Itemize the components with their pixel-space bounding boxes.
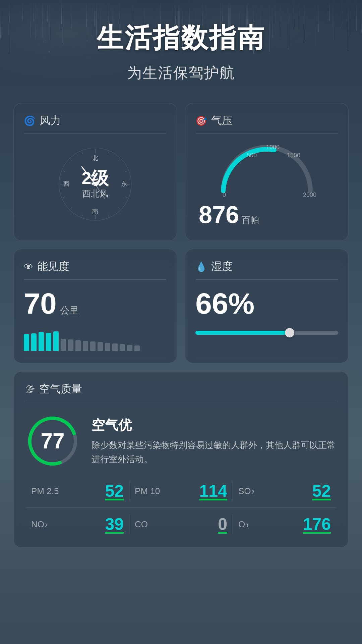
pressure-gauge-svg: 0 500 1000 1500 2000 [217,141,317,198]
svg-line-11 [82,215,82,217]
svg-line-10 [108,215,109,217]
page-title: 生活指数指南 [13,20,349,56]
visibility-bar-12 [112,343,118,351]
svg-line-13 [63,197,65,198]
visibility-bar-2 [39,332,44,351]
pressure-card-title: 气压 [211,113,233,128]
air-quality-title: 空气质量 [39,382,82,396]
pollutant-divider [26,507,336,508]
humidity-card: 💧 湿度 66% [185,249,349,363]
aqi-value: 77 [41,429,64,453]
svg-text:0: 0 [223,192,226,198]
so2-cell: SO₂ 52 [233,481,336,501]
visibility-value: 70 [24,286,57,321]
no2-value: 39 [105,515,124,534]
pressure-value-row: 876 百帕 [195,201,338,228]
o3-cell: O₃ 176 [233,515,336,534]
svg-line-12 [70,207,72,209]
pollutants-row-1: PM 2.5 52 PM 10 114 SO₂ 52 [26,481,336,501]
air-quality-header: 🌫 空气质量 [26,382,336,402]
no2-cell: NO₂ 39 [26,515,129,534]
compass-container: 北 南 西 东 2级 西北风 [24,141,167,228]
visibility-bar-0 [24,334,29,351]
pm10-name: PM 10 [135,486,160,496]
wind-level: 2级 [82,169,109,188]
visibility-value-row: 70 公里 [24,286,167,321]
visibility-icon: 👁 [24,261,33,272]
so2-value: 52 [312,481,331,501]
wind-card-header: 🌀 风力 [24,113,167,134]
visibility-bar-5 [61,339,66,351]
air-quality-icon: 🌫 [26,384,35,395]
svg-text:西: 西 [63,180,69,187]
humidity-slider [195,331,338,335]
svg-line-8 [126,197,128,198]
humidity-icon: 💧 [195,261,207,272]
visibility-bar-14 [127,345,132,351]
humidity-thumb [285,328,294,337]
pm25-value: 52 [105,481,124,501]
svg-text:1000: 1000 [266,144,280,151]
visibility-bar-15 [134,345,140,351]
svg-line-6 [118,159,120,161]
visibility-card: 👁 能见度 70 公里 [13,249,177,363]
visibility-bar-13 [120,344,125,351]
svg-line-7 [126,171,128,171]
visibility-bar-8 [83,341,88,351]
pm25-name: PM 2.5 [31,486,59,496]
visibility-bar-7 [75,340,81,351]
pressure-card-header: 🎯 气压 [195,113,338,134]
svg-line-14 [63,171,65,171]
humidity-fill [195,331,290,335]
svg-line-5 [108,152,109,154]
visibility-bar-1 [31,333,37,351]
page-subtitle: 为生活保驾护航 [13,63,349,83]
svg-text:东: 东 [121,180,127,187]
o3-value: 176 [303,515,331,534]
wind-card: 🌀 风力 [13,103,177,241]
co-cell: CO 0 [129,515,233,534]
pm10-cell: PM 10 114 [129,481,233,501]
svg-text:1500: 1500 [287,152,300,159]
pressure-icon: 🎯 [195,115,207,126]
top-cards-grid: 🌀 风力 [13,103,349,363]
wind-card-title: 风力 [40,113,61,128]
visibility-bar-11 [105,343,110,351]
humidity-card-title: 湿度 [211,259,233,274]
svg-line-16 [82,152,82,154]
pressure-gauge: 0 500 1000 1500 2000 [195,141,338,198]
pressure-unit: 百帕 [242,214,259,226]
pm10-value: 114 [199,481,227,501]
svg-text:南: 南 [92,208,98,215]
visibility-bar-4 [53,331,59,351]
wind-info: 2级 西北风 [82,169,109,200]
visibility-bar-9 [90,341,96,351]
visibility-bar-3 [46,333,51,351]
visibility-card-header: 👁 能见度 [24,259,167,280]
air-quality-main: 77 空气优 除少数对某些污染物特别容易过敏的人群外，其他人群可以正常进行室外活… [26,414,336,468]
svg-text:北: 北 [92,155,98,161]
wind-icon: 🌀 [24,115,36,126]
no2-name: NO₂ [31,519,48,530]
visibility-bar-10 [98,342,103,351]
visibility-bar-6 [68,339,73,351]
pressure-value: 876 [199,201,239,228]
pollutants-row-2: NO₂ 39 CO 0 O₃ 176 [26,515,336,534]
air-quality-desc-block: 空气优 除少数对某些污染物特别容易过敏的人群外，其他人群可以正常进行室外活动。 [92,416,336,466]
air-quality-card: 🌫 空气质量 77 空气优 除少数对某些污染物特别容易过敏的人群外，其他人群可以… [13,371,349,548]
air-quality-description: 除少数对某些污染物特别容易过敏的人群外，其他人群可以正常进行室外活动。 [92,438,336,466]
wind-direction: 西北风 [82,188,109,200]
humidity-value: 66% [195,286,338,321]
pm25-cell: PM 2.5 52 [26,481,129,501]
o3-name: O₃ [238,519,248,530]
visibility-unit: 公里 [60,304,79,317]
air-quality-label: 空气优 [92,416,336,434]
visibility-bar-chart [24,331,167,351]
humidity-card-header: 💧 湿度 [195,259,338,280]
co-value: 0 [218,515,227,534]
aqi-circle: 77 [26,414,79,468]
svg-text:2000: 2000 [303,192,316,198]
svg-line-15 [70,159,72,161]
visibility-card-title: 能见度 [37,259,69,274]
pressure-card: 🎯 气压 0 500 1000 1500 2000 876 [185,103,349,241]
